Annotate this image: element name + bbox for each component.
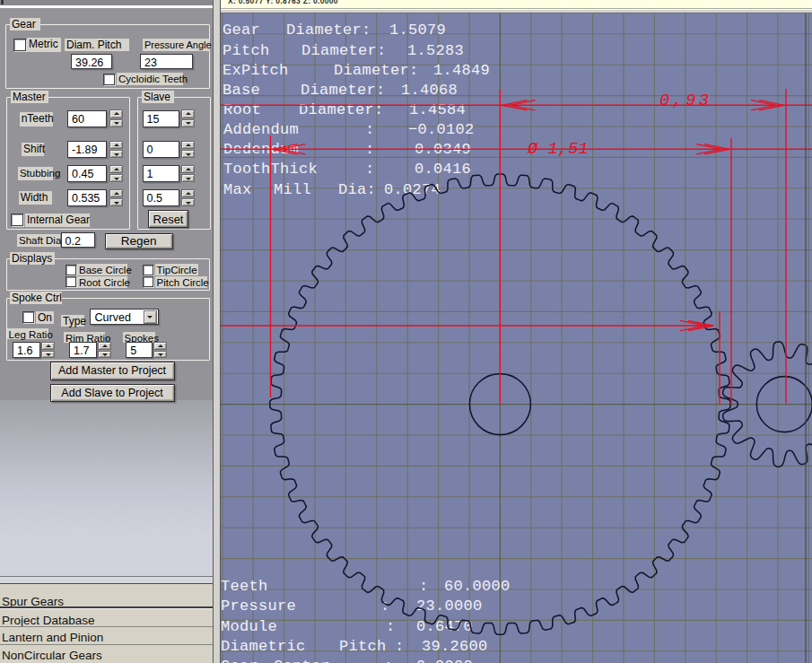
svg-text:Module: Module xyxy=(221,618,277,635)
svg-text:Diameter:: Diameter: xyxy=(301,42,387,59)
svg-text::: : xyxy=(365,121,375,138)
svg-text:0,93: 0,93 xyxy=(659,92,712,110)
svg-text:Max: Max xyxy=(223,181,252,198)
svg-text::: : xyxy=(386,618,396,635)
svg-text:Pressure: Pressure xyxy=(221,598,296,615)
svg-text:Base: Base xyxy=(223,82,260,99)
svg-text:Pitch: Pitch xyxy=(339,638,387,655)
svg-text:Diameter:: Diameter: xyxy=(301,82,386,99)
svg-text:1.4068: 1.4068 xyxy=(401,82,458,99)
svg-text:Center: Center xyxy=(274,658,330,663)
svg-text:Diameter:: Diameter: xyxy=(286,22,371,39)
svg-text::: : xyxy=(419,578,429,595)
svg-text:−0.0102: −0.0102 xyxy=(408,121,475,138)
svg-text:Root: Root xyxy=(223,101,261,118)
svg-text:0.0000: 0.0000 xyxy=(416,658,473,663)
svg-text::: : xyxy=(384,658,394,663)
svg-text:Gear: Gear xyxy=(221,658,258,663)
svg-text::: : xyxy=(395,638,405,655)
svg-text:0.0416: 0.0416 xyxy=(415,161,471,178)
svg-text:1.5079: 1.5079 xyxy=(389,22,446,39)
svg-text:Pitch: Pitch xyxy=(223,42,270,59)
svg-text:Teeth: Teeth xyxy=(221,578,268,595)
svg-text:1.4849: 1.4849 xyxy=(433,62,490,79)
svg-text:Ø 1,51: Ø 1,51 xyxy=(527,140,589,159)
svg-text:Diameter:: Diameter: xyxy=(334,62,419,79)
svg-text:Diameter:: Diameter: xyxy=(299,101,384,118)
svg-text:Mill: Mill xyxy=(274,181,311,198)
svg-text:23.0000: 23.0000 xyxy=(416,598,483,615)
svg-text:Dia:: Dia: xyxy=(338,181,376,198)
svg-text:Diametric: Diametric xyxy=(221,638,306,655)
svg-text:60.0000: 60.0000 xyxy=(444,578,511,595)
svg-text:ExPitch: ExPitch xyxy=(223,62,289,79)
svg-text:Addendum: Addendum xyxy=(223,121,299,138)
svg-text:1.4584: 1.4584 xyxy=(409,101,466,118)
svg-text:39.2600: 39.2600 xyxy=(422,638,488,655)
svg-text:1.5283: 1.5283 xyxy=(407,42,464,59)
svg-text:Gear: Gear xyxy=(223,22,260,39)
svg-text::: : xyxy=(365,161,375,178)
